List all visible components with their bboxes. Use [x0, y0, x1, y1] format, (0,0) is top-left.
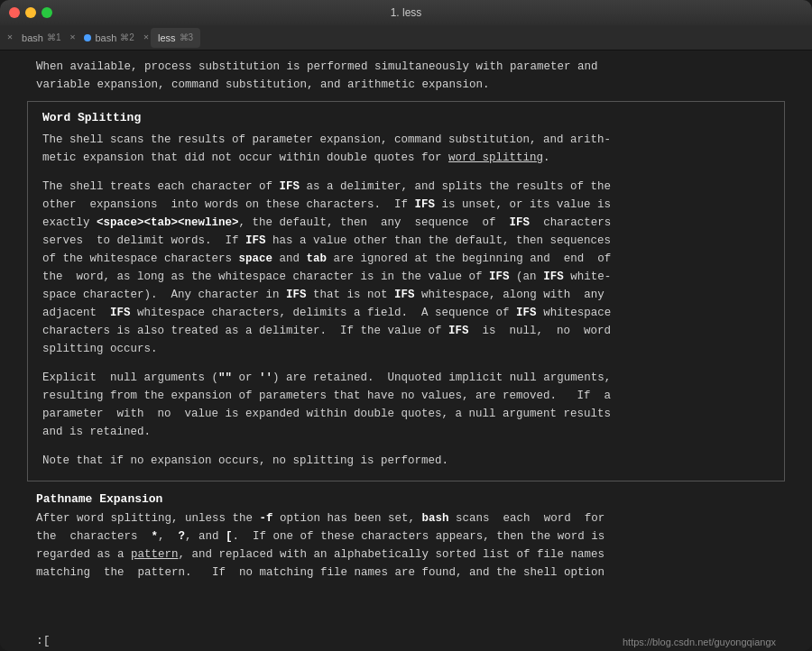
tab3-close[interactable]: ✕ [143, 33, 149, 42]
intro-block: When available, process substitution is … [0, 58, 812, 94]
traffic-lights [9, 7, 52, 18]
minimize-button[interactable] [25, 7, 36, 18]
tab3-key: ⌘3 [180, 32, 194, 42]
terminal-prompt: :[ [36, 634, 51, 647]
maximize-button[interactable] [42, 7, 52, 18]
window-title: 1. less [391, 6, 422, 19]
word-splitting-para3: Explicit null arguments ("" or '') are r… [42, 369, 770, 441]
intro-line2: variable expansion, command substitution… [36, 78, 490, 91]
pathname-expansion-para: After word splitting, unless the -f opti… [36, 509, 776, 582]
intro-text: When available, process substitution is … [36, 58, 776, 94]
word-splitting-title: Word Splitting [42, 109, 770, 127]
title-bar: 1. less [0, 0, 812, 25]
pathname-expansion-block: Pathname Expansion After word splitting,… [0, 487, 812, 582]
tab2-key: ⌘2 [120, 32, 134, 42]
tab1-key: ⌘1 [47, 32, 61, 42]
close-button[interactable] [9, 7, 20, 18]
tab3-label: less [158, 32, 176, 43]
tab-bar: ✕ bash ⌘1 ✕ bash ⌘2 ✕ less ⌘3 [0, 25, 812, 50]
word-splitting-para2: The shell treats each character of IFS a… [42, 178, 770, 358]
tab1-label: bash [22, 32, 43, 43]
footer-bar: :[ https://blog.csdn.net/guyongqiangx [0, 630, 812, 651]
intro-line1: When available, process substitution is … [36, 60, 598, 73]
terminal-window: 1. less ✕ bash ⌘1 ✕ bash ⌘2 ✕ less ⌘3 Wh… [0, 0, 812, 651]
tab-bash-2[interactable]: bash ⌘2 [77, 28, 141, 48]
word-splitting-para4: Note that if no expansion occurs, no spl… [42, 452, 770, 470]
tab-less-3[interactable]: less ⌘3 [151, 28, 200, 48]
tab2-dot [84, 34, 91, 41]
tab2-close[interactable]: ✕ [69, 33, 75, 42]
tab1-close[interactable]: ✕ [7, 33, 13, 42]
word-splitting-box: Word Splitting The shell scans the resul… [27, 101, 785, 481]
footer-url: https://blog.csdn.net/guyongqiangx [623, 637, 776, 647]
tab2-label: bash [95, 32, 116, 43]
pathname-expansion-title: Pathname Expansion [36, 491, 776, 509]
terminal-content: When available, process substitution is … [0, 50, 812, 630]
tab-bash-1[interactable]: bash ⌘1 [14, 28, 68, 48]
word-splitting-para1: The shell scans the results of parameter… [42, 131, 770, 167]
